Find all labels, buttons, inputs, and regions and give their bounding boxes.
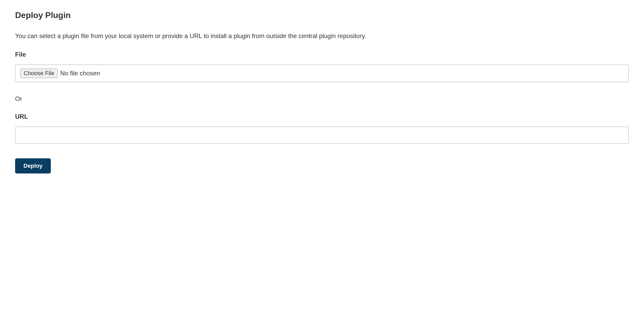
page-title: Deploy Plugin — [15, 10, 629, 20]
or-text: Or — [15, 95, 629, 103]
deploy-button[interactable]: Deploy — [15, 158, 51, 173]
file-status-text: No file chosen — [60, 70, 100, 77]
description-text: You can select a plugin file from your l… — [15, 32, 629, 40]
file-label: File — [15, 51, 629, 58]
url-input[interactable] — [15, 127, 629, 144]
file-input-wrapper[interactable]: Choose File No file chosen — [15, 64, 629, 82]
url-label: URL — [15, 113, 629, 120]
choose-file-button[interactable]: Choose File — [20, 69, 58, 78]
